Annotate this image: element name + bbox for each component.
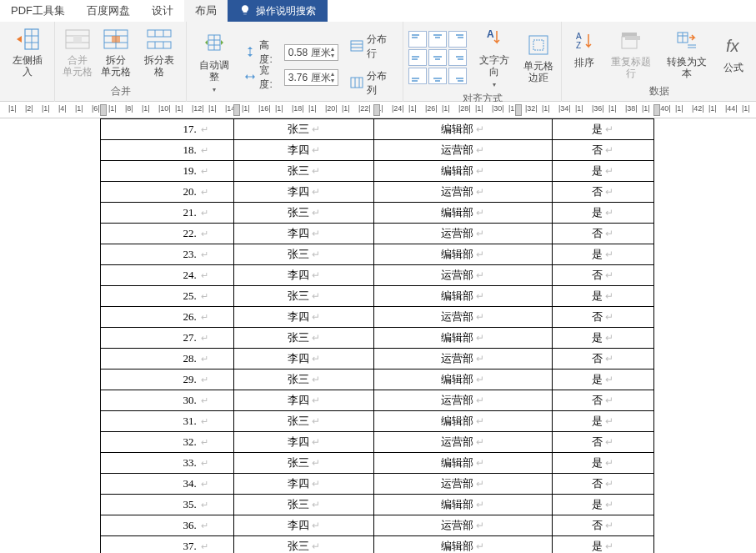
cell-name[interactable]: 李四↵ <box>234 265 374 286</box>
cell-name[interactable]: 张三↵ <box>234 411 374 432</box>
cell-flag[interactable]: 是↵ <box>552 411 654 432</box>
cell-number[interactable]: 35. ↵ <box>101 495 234 515</box>
cell-number[interactable]: 32. ↵ <box>101 432 234 453</box>
column-marker[interactable] <box>653 104 660 116</box>
align-top-left-button[interactable] <box>408 31 427 48</box>
align-mid-right-button[interactable] <box>448 49 467 66</box>
cell-flag[interactable]: 是↵ <box>552 370 654 390</box>
insert-left-button[interactable]: 左侧插入 <box>5 24 49 79</box>
cell-name[interactable]: 张三↵ <box>234 370 374 390</box>
cell-name[interactable]: 张三↵ <box>234 453 374 474</box>
cell-dept[interactable]: 运营部↵ <box>374 515 553 536</box>
table-row[interactable]: 28. ↵李四↵运营部↵否↵ <box>101 349 654 370</box>
split-cells-button[interactable]: 拆分 单元格 <box>98 24 133 79</box>
autofit-button[interactable]: 自动调整 ▾ <box>192 29 236 95</box>
cell-flag[interactable]: 是↵ <box>552 286 654 307</box>
cell-name[interactable]: 李四↵ <box>234 182 374 203</box>
tab-tell-me[interactable]: 操作说明搜索 <box>228 0 328 22</box>
cell-number[interactable]: 17. ↵ <box>101 119 234 140</box>
cell-name[interactable]: 李四↵ <box>234 224 374 244</box>
cell-dept[interactable]: 编辑部↵ <box>374 286 553 307</box>
cell-flag[interactable]: 否↵ <box>552 224 654 244</box>
repeat-header-button[interactable]: 重复标题行 <box>605 26 657 81</box>
cell-dept[interactable]: 运营部↵ <box>374 432 553 453</box>
text-direction-button[interactable]: A 文字方向 ▾ <box>473 24 514 90</box>
merge-cells-button[interactable]: 合并 单元格 <box>60 24 95 79</box>
cell-dept[interactable]: 运营部↵ <box>374 390 553 411</box>
table-row[interactable]: 20. ↵李四↵运营部↵否↵ <box>101 182 654 203</box>
cell-name[interactable]: 李四↵ <box>234 140 374 161</box>
convert-to-text-button[interactable]: 转换为文本 <box>661 26 713 81</box>
table-row[interactable]: 24. ↵李四↵运营部↵否↵ <box>101 265 654 286</box>
cell-flag[interactable]: 否↵ <box>552 182 654 203</box>
cell-number[interactable]: 37. ↵ <box>101 536 234 554</box>
distribute-rows-button[interactable]: 分布行 <box>347 31 398 63</box>
cell-dept[interactable]: 编辑部↵ <box>374 119 553 140</box>
cell-number[interactable]: 22. ↵ <box>101 224 234 244</box>
cell-flag[interactable]: 否↵ <box>552 515 654 536</box>
table-row[interactable]: 26. ↵李四↵运营部↵否↵ <box>101 307 654 328</box>
table-row[interactable]: 29. ↵张三↵编辑部↵是↵ <box>101 370 654 390</box>
table-row[interactable]: 30. ↵李四↵运营部↵否↵ <box>101 390 654 411</box>
cell-name[interactable]: 张三↵ <box>234 161 374 182</box>
tab-pdf-tools[interactable]: PDF工具集 <box>0 0 76 22</box>
cell-number[interactable]: 36. ↵ <box>101 515 234 536</box>
cell-number[interactable]: 20. ↵ <box>101 182 234 203</box>
cell-name[interactable]: 李四↵ <box>234 515 374 536</box>
align-mid-center-button[interactable] <box>428 49 447 66</box>
cell-dept[interactable]: 运营部↵ <box>374 349 553 370</box>
cell-number[interactable]: 23. ↵ <box>101 244 234 265</box>
tab-design[interactable]: 设计 <box>141 0 184 22</box>
cell-number[interactable]: 34. ↵ <box>101 474 234 495</box>
cell-number[interactable]: 29. ↵ <box>101 370 234 390</box>
column-marker[interactable] <box>515 104 522 116</box>
cell-number[interactable]: 25. ↵ <box>101 286 234 307</box>
cell-name[interactable]: 张三↵ <box>234 536 374 554</box>
table-row[interactable]: 17. ↵张三↵编辑部↵是↵ <box>101 119 654 140</box>
cell-dept[interactable]: 编辑部↵ <box>374 203 553 224</box>
table-row[interactable]: 36. ↵李四↵运营部↵否↵ <box>101 515 654 536</box>
table-row[interactable]: 35. ↵张三↵编辑部↵是↵ <box>101 495 654 515</box>
cell-number[interactable]: 18. ↵ <box>101 140 234 161</box>
table-row[interactable]: 19. ↵张三↵编辑部↵是↵ <box>101 161 654 182</box>
tab-baidu-netdisk[interactable]: 百度网盘 <box>76 0 141 22</box>
cell-name[interactable]: 张三↵ <box>234 495 374 515</box>
cell-margins-button[interactable]: 单元格 边距 <box>521 30 556 85</box>
cell-flag[interactable]: 是↵ <box>552 161 654 182</box>
cell-flag[interactable]: 否↵ <box>552 474 654 495</box>
cell-name[interactable]: 李四↵ <box>234 474 374 495</box>
table-row[interactable]: 31. ↵张三↵编辑部↵是↵ <box>101 411 654 432</box>
cell-name[interactable]: 李四↵ <box>234 390 374 411</box>
cell-flag[interactable]: 否↵ <box>552 307 654 328</box>
cell-name[interactable]: 张三↵ <box>234 244 374 265</box>
cell-name[interactable]: 张三↵ <box>234 119 374 140</box>
cell-name[interactable]: 张三↵ <box>234 203 374 224</box>
cell-dept[interactable]: 编辑部↵ <box>374 453 553 474</box>
column-marker[interactable] <box>100 104 107 116</box>
cell-dept[interactable]: 运营部↵ <box>374 182 553 203</box>
table-row[interactable]: 18. ↵李四↵运营部↵否↵ <box>101 140 654 161</box>
table-row[interactable]: 33. ↵张三↵编辑部↵是↵ <box>101 453 654 474</box>
cell-dept[interactable]: 运营部↵ <box>374 140 553 161</box>
cell-dept[interactable]: 编辑部↵ <box>374 328 553 349</box>
cell-flag[interactable]: 是↵ <box>552 328 654 349</box>
cell-dept[interactable]: 运营部↵ <box>374 474 553 495</box>
table-row[interactable]: 23. ↵张三↵编辑部↵是↵ <box>101 244 654 265</box>
formula-button[interactable]: fx 公式 <box>716 32 751 75</box>
align-bot-right-button[interactable] <box>448 68 467 84</box>
cell-number[interactable]: 21. ↵ <box>101 203 234 224</box>
cell-name[interactable]: 李四↵ <box>234 432 374 453</box>
cell-flag[interactable]: 否↵ <box>552 432 654 453</box>
cell-flag[interactable]: 是↵ <box>552 495 654 515</box>
sort-button[interactable]: AZ 排序 ▾ <box>567 27 602 81</box>
cell-dept[interactable]: 编辑部↵ <box>374 411 553 432</box>
table-row[interactable]: 27. ↵张三↵编辑部↵是↵ <box>101 328 654 349</box>
cell-flag[interactable]: 是↵ <box>552 203 654 224</box>
cell-dept[interactable]: 编辑部↵ <box>374 495 553 515</box>
cell-flag[interactable]: 否↵ <box>552 140 654 161</box>
cell-flag[interactable]: 否↵ <box>552 349 654 370</box>
cell-number[interactable]: 24. ↵ <box>101 265 234 286</box>
table-row[interactable]: 22. ↵李四↵运营部↵否↵ <box>101 224 654 244</box>
cell-flag[interactable]: 是↵ <box>552 119 654 140</box>
cell-name[interactable]: 李四↵ <box>234 307 374 328</box>
